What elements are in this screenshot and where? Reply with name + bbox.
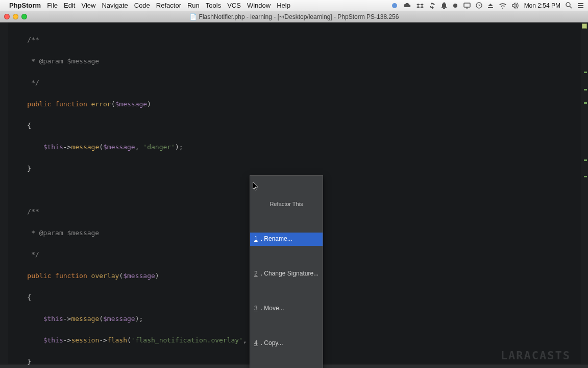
refactor-popup-title: Refactor This bbox=[250, 197, 323, 211]
editor-gutter[interactable] bbox=[0, 22, 8, 364]
volume-icon[interactable] bbox=[512, 3, 519, 9]
macos-menu-bar: PhpStorm File Edit View Navigate Code Re… bbox=[0, 0, 588, 11]
menu-refactor[interactable]: Refactor bbox=[156, 2, 181, 9]
status-icon-dropbox[interactable] bbox=[416, 2, 424, 9]
svg-point-1 bbox=[453, 4, 457, 8]
menu-view[interactable]: View bbox=[81, 2, 95, 9]
svg-rect-2 bbox=[464, 3, 470, 7]
window-title: 📄FlashNotifier.php - learning - [~/Deskt… bbox=[0, 13, 588, 20]
menu-vcs[interactable]: VCS bbox=[227, 2, 241, 9]
svg-rect-3 bbox=[466, 8, 468, 9]
svg-point-0 bbox=[392, 3, 397, 8]
minimize-button[interactable] bbox=[13, 14, 18, 19]
status-icon-sync[interactable] bbox=[429, 2, 436, 9]
menu-run[interactable]: Run bbox=[187, 2, 200, 9]
svg-point-5 bbox=[566, 3, 570, 7]
notification-center-icon[interactable] bbox=[577, 3, 584, 9]
menu-file[interactable]: File bbox=[47, 2, 58, 9]
spotlight-icon[interactable] bbox=[566, 2, 572, 9]
editor-error-stripe[interactable] bbox=[581, 22, 588, 364]
status-icon-dot[interactable] bbox=[452, 3, 458, 9]
status-icon-clock[interactable] bbox=[476, 2, 482, 9]
status-icon-1[interactable] bbox=[391, 2, 398, 9]
menu-edit[interactable]: Edit bbox=[64, 2, 75, 9]
status-icon-bell[interactable] bbox=[441, 2, 447, 9]
close-button[interactable] bbox=[4, 14, 10, 19]
refactor-item-rename[interactable]: 1. Rename... bbox=[250, 233, 323, 246]
refactor-item-copy[interactable]: 4. Copy... bbox=[250, 337, 323, 350]
status-icon-screen[interactable] bbox=[463, 3, 471, 9]
refactor-popup: Refactor This 1. Rename... 2. Change Sig… bbox=[250, 175, 323, 368]
file-icon: 📄 bbox=[189, 13, 197, 20]
inspection-status-icon[interactable] bbox=[582, 24, 587, 29]
refactor-item-change-signature[interactable]: 2. Change Signature... bbox=[250, 267, 323, 281]
menu-help[interactable]: Help bbox=[277, 2, 290, 9]
app-menu[interactable]: PhpStorm bbox=[9, 2, 41, 9]
menu-tools[interactable]: Tools bbox=[206, 2, 221, 9]
editor-shell: /** * @param $message */ public function… bbox=[0, 22, 588, 364]
menu-clock[interactable]: Mon 2:54 PM bbox=[524, 2, 560, 9]
status-icon-eject[interactable] bbox=[487, 3, 494, 9]
menu-window[interactable]: Window bbox=[247, 2, 271, 9]
wifi-icon[interactable] bbox=[499, 3, 507, 9]
code-editor[interactable]: /** * @param $message */ public function… bbox=[8, 22, 581, 364]
window-titlebar: 📄FlashNotifier.php - learning - [~/Deskt… bbox=[0, 11, 588, 22]
watermark: LARACASTS bbox=[501, 350, 571, 361]
status-icon-cloud[interactable] bbox=[403, 3, 411, 9]
menu-code[interactable]: Code bbox=[134, 2, 150, 9]
zoom-button[interactable] bbox=[21, 14, 27, 19]
window-controls bbox=[4, 14, 27, 19]
window-title-text: FlashNotifier.php - learning - [~/Deskto… bbox=[199, 13, 399, 20]
menu-navigate[interactable]: Navigate bbox=[102, 2, 128, 9]
refactor-item-move[interactable]: 3. Move... bbox=[250, 302, 323, 315]
